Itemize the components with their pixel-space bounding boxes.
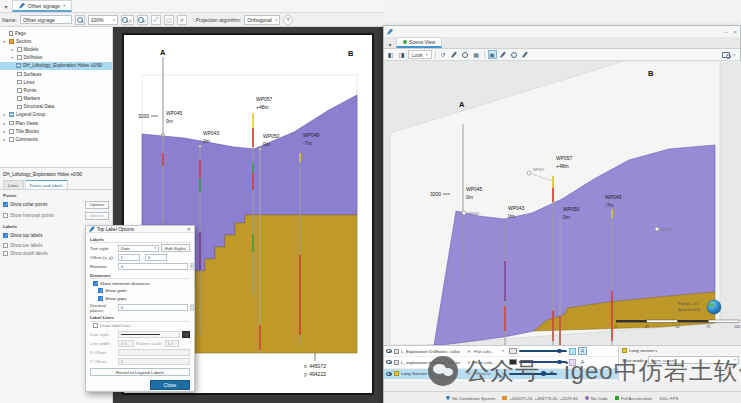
ruler-tool-icon[interactable] bbox=[510, 50, 519, 59]
line-width-button[interactable] bbox=[569, 359, 576, 366]
text-style-select[interactable]: Dots ▾ bbox=[118, 245, 159, 252]
add-to-scene-icon[interactable]: ◧ bbox=[386, 50, 395, 59]
export-button[interactable]: ↗ bbox=[177, 15, 187, 25]
tree-item-section[interactable]: ▾Section bbox=[0, 37, 112, 45]
coordinate-system-status[interactable]: No Coordinate System bbox=[446, 396, 495, 401]
tree-item-points[interactable]: Points bbox=[0, 86, 112, 94]
checkbox[interactable] bbox=[17, 88, 22, 93]
tree-item-markers[interactable]: Markers bbox=[0, 95, 112, 103]
line-style-preview[interactable] bbox=[118, 331, 180, 338]
zoom-level-select[interactable]: 100% ▾ bbox=[88, 15, 118, 25]
zoom-fit-button[interactable]: ⤢ bbox=[151, 15, 161, 25]
remove-icon[interactable]: ✕ bbox=[467, 349, 472, 354]
checkbox[interactable] bbox=[17, 80, 22, 85]
chevron-down-icon[interactable]: ▾ bbox=[733, 53, 735, 57]
show-gaps-checkbox[interactable] bbox=[98, 296, 103, 301]
show-intercept-points-checkbox[interactable] bbox=[3, 213, 8, 218]
checkbox[interactable] bbox=[17, 105, 22, 110]
label-toggle-button[interactable]: A bbox=[578, 347, 587, 355]
minimize-button[interactable]: – bbox=[724, 29, 727, 35]
y-offset-input[interactable] bbox=[118, 358, 190, 365]
collar-marker[interactable] bbox=[655, 227, 659, 231]
tree-item-lithology-drillholes[interactable]: DH_Lithology_Exploration Holes +0/90 bbox=[0, 62, 112, 70]
spinner[interactable]: ▴▾ bbox=[190, 263, 194, 270]
tree-item-lines[interactable]: Lines bbox=[0, 78, 112, 86]
window-titlebar[interactable]: – × bbox=[384, 26, 740, 37]
refresh-icon[interactable]: ↺ bbox=[439, 50, 448, 59]
intercept-options-button[interactable]: Options bbox=[85, 212, 109, 220]
opacity-slider[interactable] bbox=[509, 373, 557, 375]
chevron-right-icon[interactable]: ▸ bbox=[10, 47, 15, 52]
line-width-input[interactable] bbox=[118, 340, 134, 347]
acceleration-status[interactable]: Full Acceleration bbox=[615, 396, 653, 401]
chevron-right-icon[interactable]: ▸ bbox=[2, 137, 7, 142]
checkbox[interactable] bbox=[17, 96, 22, 101]
search-button[interactable] bbox=[75, 15, 85, 25]
remove-from-scene-icon[interactable]: ◨ bbox=[397, 50, 406, 59]
visibility-eye-icon[interactable] bbox=[386, 360, 392, 364]
collar-options-button[interactable]: Options bbox=[85, 201, 109, 209]
checkbox[interactable] bbox=[9, 121, 14, 126]
offset-x-input[interactable] bbox=[118, 254, 140, 261]
tree-item-plan-views[interactable]: ▸Plan Views bbox=[0, 119, 112, 127]
revert-to-legend-labels-button[interactable]: Revert to Legend Labels bbox=[90, 368, 190, 376]
help-button[interactable]: ? bbox=[283, 15, 293, 25]
chevron-down-icon[interactable]: ▾ bbox=[10, 55, 15, 60]
close-icon[interactable]: ✕ bbox=[187, 226, 191, 232]
visibility-eye-icon[interactable] bbox=[386, 372, 392, 376]
zoom-in-button[interactable]: ＋ bbox=[121, 15, 134, 25]
color-swatch[interactable] bbox=[509, 348, 517, 354]
offset-y-input[interactable] bbox=[145, 254, 167, 261]
camera-icon[interactable] bbox=[722, 52, 730, 58]
draw-label-lines-checkbox[interactable] bbox=[93, 323, 98, 328]
chevron-right-icon[interactable]: ▸ bbox=[2, 121, 7, 126]
tree-item-title-blocks[interactable]: ▸Title Blocks bbox=[0, 127, 112, 135]
tree-item-structural-data[interactable]: Structural Data bbox=[0, 103, 112, 111]
dialog-titlebar[interactable]: Top Label Options ✕ bbox=[86, 226, 194, 233]
rotation-input[interactable] bbox=[118, 263, 188, 270]
zoom-out-button[interactable]: − bbox=[137, 15, 148, 25]
tree-item-legend-group[interactable]: ▸Legend Group bbox=[0, 111, 112, 119]
line-color-swatch[interactable] bbox=[182, 331, 190, 338]
color-swatch[interactable] bbox=[509, 359, 517, 365]
shape-row-collar[interactable]: L_Exploration Drillholes: collar ✕ Flat … bbox=[384, 346, 618, 357]
tree-item-page[interactable]: Page bbox=[0, 29, 112, 37]
chevron-down-icon[interactable]: ▾ bbox=[502, 372, 507, 376]
decimal-places-input[interactable] bbox=[118, 304, 188, 311]
visibility-eye-icon[interactable] bbox=[386, 349, 392, 353]
slice-mode-select[interactable]: From scene ▾ bbox=[648, 356, 739, 364]
tree-item-drillholes[interactable]: ▾Drillholes bbox=[0, 54, 112, 62]
measure-tool-icon[interactable] bbox=[499, 50, 508, 59]
layout-name-input[interactable] bbox=[20, 15, 72, 24]
select-tool-icon[interactable]: ▣ bbox=[488, 50, 497, 59]
chevron-down-icon[interactable]: ▾ bbox=[2, 39, 7, 44]
tab-lines[interactable]: Lines bbox=[3, 180, 24, 189]
shape-row-long-section[interactable]: Long Section 7 ✕ Offset st... ▾ bbox=[384, 369, 618, 380]
tab-points-and-labels[interactable]: Points and labels bbox=[25, 180, 68, 189]
chevron-right-icon[interactable]: ▸ bbox=[2, 129, 7, 134]
label-toggle-button[interactable]: A bbox=[578, 358, 587, 366]
collar-marker[interactable] bbox=[462, 211, 466, 215]
annotate-tool-icon[interactable] bbox=[521, 50, 530, 59]
pattern-scale-input[interactable] bbox=[165, 340, 179, 347]
checkbox[interactable] bbox=[17, 72, 22, 77]
chevron-right-icon[interactable]: ▸ bbox=[2, 112, 7, 117]
tab-scene-view[interactable]: Scene View bbox=[396, 37, 442, 48]
draw-slicer-icon[interactable] bbox=[450, 50, 459, 59]
checkbox[interactable] bbox=[9, 129, 14, 134]
show-toe-labels-checkbox[interactable] bbox=[3, 243, 8, 248]
checkbox[interactable] bbox=[17, 47, 22, 52]
opacity-slider[interactable] bbox=[519, 361, 567, 363]
scene-viewport[interactable]: 3200 WP045 0m WP043 0m WP057 +48m bbox=[384, 61, 741, 345]
spinner[interactable]: ▴▾ bbox=[190, 304, 194, 311]
chevron-down-icon[interactable]: ▾ bbox=[0, 3, 12, 10]
show-minimum-distances-checkbox[interactable] bbox=[93, 281, 98, 286]
show-top-labels-checkbox[interactable] bbox=[3, 233, 8, 238]
orientation-globe[interactable] bbox=[707, 300, 721, 314]
chevron-down-icon[interactable]: ▾ bbox=[384, 41, 396, 48]
close-button[interactable]: × bbox=[733, 29, 737, 35]
close-button[interactable]: Close bbox=[150, 380, 190, 390]
tree-item-comments[interactable]: ▸Comments bbox=[0, 135, 112, 143]
tree-item-surfaces[interactable]: Surfaces bbox=[0, 70, 112, 78]
code-status[interactable]: No Code bbox=[585, 396, 608, 401]
